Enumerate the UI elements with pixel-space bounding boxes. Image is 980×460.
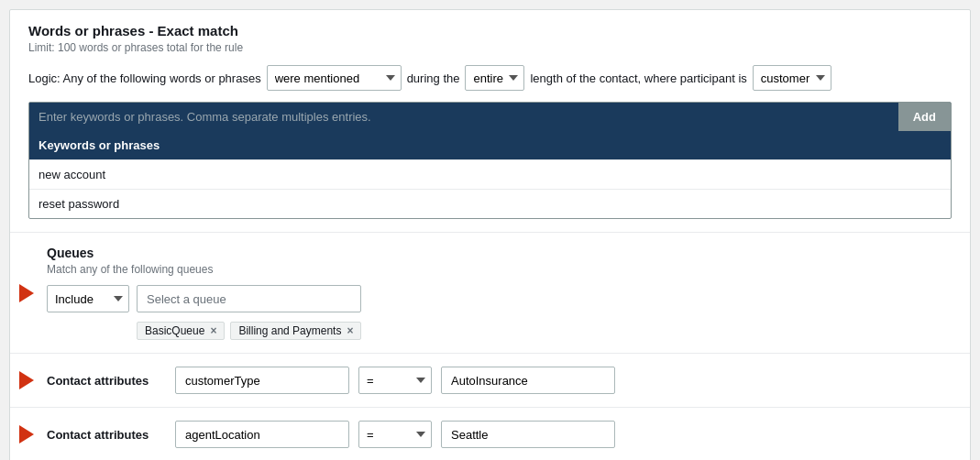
contact-attr-1-operator[interactable]: = != > < [358, 367, 432, 394]
queues-title: Queues [47, 246, 952, 260]
queue-row: Include Exclude Select a queue BasicQueu… [47, 285, 952, 340]
keyword-input-row: Add [29, 103, 951, 131]
keyword-item-2: reset password [29, 189, 951, 218]
contact-attr-1-key[interactable] [175, 367, 349, 394]
section-title: Words or phrases - Exact match [28, 23, 952, 38]
section-limit: Limit: 100 words or phrases total for th… [28, 41, 952, 54]
logic-dropdown-entire[interactable]: entire first [465, 65, 524, 91]
queue-tag-billing: Billing and Payments × [230, 322, 361, 340]
add-keyword-button[interactable]: Add [898, 103, 951, 131]
keyword-item-1: new account [29, 159, 951, 189]
logic-during: during the [407, 71, 460, 85]
logic-dropdown-participant[interactable]: customer agent both [753, 65, 831, 91]
queue-tag-basic: BasicQueue × [137, 322, 225, 340]
queues-arrow-indicator [19, 284, 34, 302]
contact-attr-2-label: Contact attributes [47, 428, 166, 442]
contact-attr-2-row: Contact attributes = != > < [47, 421, 952, 448]
contact-attr-2-key[interactable] [175, 421, 349, 448]
queue-tag-basic-label: BasicQueue [145, 324, 204, 337]
logic-suffix: length of the contact, where participant… [530, 71, 746, 85]
queues-section: Queues Match any of the following queues… [10, 233, 970, 354]
contact-attr-1-label: Contact attributes [47, 374, 166, 388]
contact-attr-section-1: Contact attributes = != > < [10, 354, 970, 408]
keyword-input[interactable] [29, 103, 898, 131]
contact-attr-1-value[interactable] [441, 367, 615, 394]
contact-attr-1-arrow [19, 371, 34, 389]
logic-dropdown-mentioned[interactable]: were mentioned were not mentioned [267, 65, 402, 91]
queue-select-placeholder[interactable]: Select a queue [137, 285, 361, 312]
words-phrases-section: Words or phrases - Exact match Limit: 10… [10, 10, 970, 233]
contact-attr-section-2: Contact attributes = != > < [10, 408, 970, 460]
contact-attr-2-arrow [19, 425, 34, 444]
queue-include-select[interactable]: Include Exclude [47, 285, 129, 312]
keywords-header: Keywords or phrases [29, 131, 951, 159]
contact-attr-2-value[interactable] [441, 421, 615, 448]
logic-row: Logic: Any of the following words or phr… [28, 65, 952, 91]
queue-tags-row: BasicQueue × Billing and Payments × [137, 322, 361, 340]
keyword-box: Add Keywords or phrases new account rese… [28, 102, 952, 219]
contact-attr-1-row: Contact attributes = != > < [47, 367, 952, 394]
queue-tag-billing-label: Billing and Payments [238, 324, 341, 337]
queues-desc: Match any of the following queues [47, 263, 952, 276]
logic-prefix: Logic: Any of the following words or phr… [28, 71, 261, 85]
queue-tag-billing-close[interactable]: × [347, 324, 353, 337]
contact-attr-2-operator[interactable]: = != > < [358, 421, 432, 448]
queue-tags-container: Select a queue BasicQueue × Billing and … [137, 285, 361, 340]
main-container: Words or phrases - Exact match Limit: 10… [9, 9, 971, 460]
queue-tag-basic-close[interactable]: × [210, 324, 216, 337]
